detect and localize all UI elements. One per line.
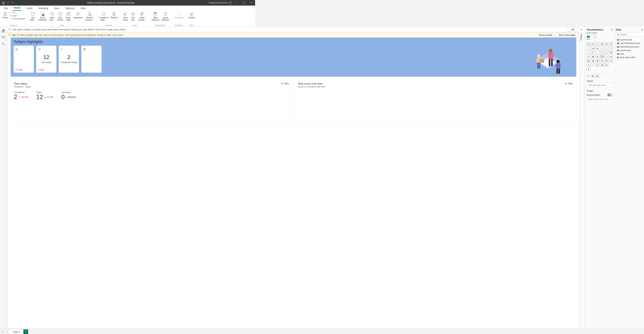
new-measure-button[interactable]: New measure [150, 11, 160, 22]
highlight-card[interactable]: ✓ 2 Completed today [59, 46, 79, 73]
svg-rect-18 [124, 14, 124, 15]
ribbon: 📋Paste ✂Cut ⧉Copy ✎Format painter Clipbo… [0, 11, 255, 27]
svg-rect-24 [142, 13, 144, 14]
paste-button[interactable]: 📋Paste [1, 11, 9, 19]
group-label-queries: Queries [98, 24, 119, 27]
save-icon[interactable] [2, 2, 5, 4]
tab-file[interactable]: File [3, 6, 9, 11]
svg-rect-31 [192, 13, 192, 15]
enter-data-button[interactable]: +Enter data [65, 11, 72, 22]
quick-measure-button[interactable]: Quick measure [160, 11, 170, 22]
group-label-data: Data [29, 24, 95, 27]
tab-view[interactable]: View [53, 6, 60, 11]
group-label-sens: Sensitivity [174, 24, 184, 27]
stat-canceled: Canceled 0▴ (Blank) [61, 91, 76, 101]
enter-data-icon: + [66, 12, 71, 16]
target-icon: ◎ [15, 47, 32, 51]
task-status-visual[interactable]: Task status Timeframe : Today ⚞Filter Co… [10, 80, 255, 124]
textbox-icon: A [131, 12, 135, 16]
svg-rect-32 [2, 30, 2, 31]
recent-sources-button[interactable]: Recent sources ⌄ [84, 11, 95, 22]
text-box-button[interactable]: AText box [129, 11, 137, 22]
info-message: This report contains a custom visual tha… [12, 28, 255, 31]
tab-help[interactable]: Help [80, 6, 86, 11]
highlight-card[interactable]: ◎ 37 high [14, 46, 34, 73]
excel-button[interactable]: XExcel workbook [38, 11, 48, 22]
model-view-button[interactable] [2, 42, 5, 46]
minimize-button[interactable]: ─ [233, 0, 240, 6]
refresh-button[interactable]: Refresh [110, 11, 119, 19]
data-hub-button[interactable]: Data hub ⌄ [48, 11, 56, 22]
svg-text:+: + [126, 12, 127, 14]
svg-point-9 [59, 13, 62, 14]
info-bar-custom-visual: ⓘ This report contains a custom visual t… [7, 27, 255, 32]
user-icon [229, 1, 232, 5]
panel-title: Task status [14, 82, 30, 85]
sql-icon [58, 12, 63, 16]
info-icon: ⓘ [8, 28, 11, 31]
svg-text:+: + [69, 12, 70, 14]
new-measure-icon [153, 12, 158, 16]
tab-optimize[interactable]: Optimize [64, 6, 76, 11]
quick-measure-icon [163, 12, 168, 16]
brush-icon: ✎ [10, 18, 12, 20]
report-canvas[interactable]: Today's highlights ◎ 37 high ◷ 12 Due to… [8, 38, 255, 132]
publish-button[interactable]: Publish [188, 11, 196, 19]
get-data-button[interactable]: Get data ⌄ [29, 11, 37, 22]
svg-point-8 [51, 13, 54, 14]
user-account[interactable]: RetailAuroraCIPool [209, 1, 233, 5]
maximize-button[interactable]: ▢ [240, 0, 248, 6]
svg-rect-23 [141, 13, 142, 14]
svg-rect-35 [2, 36, 5, 38]
svg-rect-1 [3, 3, 4, 4]
format-painter-button[interactable]: ✎Format painter [9, 17, 26, 20]
tab-modeling[interactable]: Modeling [38, 6, 49, 11]
svg-point-3 [230, 2, 231, 3]
svg-rect-39 [4, 44, 5, 45]
scissors-icon: ✂ [10, 12, 12, 14]
close-button[interactable]: ✕ [248, 0, 255, 6]
stopwatch-icon: ◔ [83, 47, 100, 51]
highlight-card[interactable]: ◔ [81, 46, 102, 73]
clock-icon: ◷ [38, 47, 55, 51]
report-view-button[interactable] [2, 29, 5, 32]
title-bar: ↶ ↷ Retail summary store ops (2) - Power… [0, 0, 255, 6]
svg-rect-27 [154, 13, 156, 14]
username-label: RetailAuroraCIPool [209, 2, 228, 4]
dataverse-icon [76, 12, 80, 16]
tab-home[interactable]: Home [13, 6, 22, 11]
svg-point-4 [31, 13, 34, 14]
svg-rect-33 [3, 30, 3, 31]
group-label-insert: Insert [122, 24, 148, 27]
get-data-icon [30, 12, 35, 16]
transform-data-button[interactable]: Transform data ⌄ [98, 11, 109, 22]
highlights-visual[interactable]: Today's highlights ◎ 37 high ◷ 12 Due to… [10, 38, 255, 77]
svg-text:X: X [43, 14, 44, 16]
group-label-share: Share [188, 24, 196, 27]
undo-icon[interactable]: ↶ [7, 2, 9, 4]
copy-button[interactable]: ⧉Copy [9, 14, 26, 17]
tip-message: Tip: To make multiple edits fast, pause … [12, 34, 255, 36]
check-icon: ✓ [60, 47, 77, 51]
transform-icon [101, 12, 106, 16]
publish-icon [189, 12, 194, 16]
cut-button[interactable]: ✂Cut [9, 11, 26, 14]
highlight-card[interactable]: ◷ 12 Due today 0 high [36, 46, 56, 73]
new-visual-icon: + [123, 12, 128, 16]
learn-more-link[interactable]: Learn more [112, 34, 123, 36]
left-view-rail [0, 27, 7, 132]
sql-server-button[interactable]: SQL Server [56, 11, 64, 22]
more-visuals-button[interactable]: More visuals ⌄ [137, 11, 148, 22]
highlights-title: Today's highlights [14, 40, 255, 44]
tab-insert[interactable]: Insert [26, 6, 33, 11]
table-view-button[interactable] [2, 35, 5, 39]
timeframe-link[interactable]: Today [25, 86, 30, 88]
svg-rect-25 [141, 14, 142, 16]
collapse-ribbon-button[interactable]: ⌃ [252, 11, 254, 14]
recent-icon [87, 12, 92, 16]
sensitivity-button[interactable]: Sensitivity ⌄ [174, 11, 184, 22]
dataverse-button[interactable]: Dataverse [72, 11, 84, 19]
redo-icon[interactable]: ↷ [11, 2, 13, 4]
panel-subtitle: Timeframe : Today [14, 86, 30, 88]
new-visual-button[interactable]: +New visual [122, 11, 129, 22]
